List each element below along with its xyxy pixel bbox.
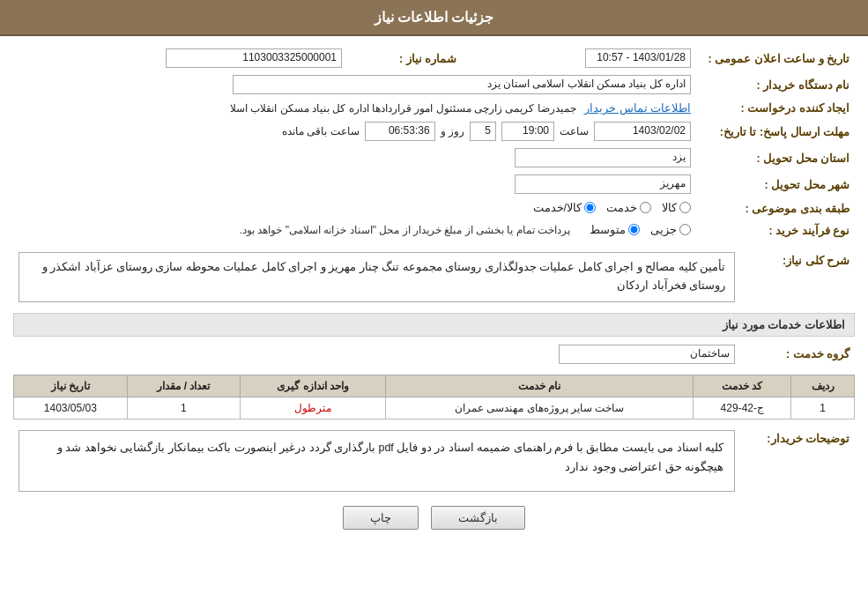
groupKhedmatValue: ساختمان (13, 341, 740, 368)
tabagheRow: کالا خدمت کالا/خدمت (13, 197, 696, 219)
mohlatLabel: مهلت ارسال پاسخ: تا تاریخ: (696, 118, 855, 145)
table-row: 1ج-42-429ساخت سایر پروژه‌های مهندسی عمرا… (14, 397, 855, 419)
tarikh-display: 1403/01/28 - 10:57 (585, 48, 691, 68)
groupKhedmatLabel: گروه خدمت : (740, 341, 855, 368)
touzihLabel: توضیحات خریدار: (740, 427, 855, 495)
deadline-days: 5 (470, 122, 496, 141)
tabagheLabel: طبقه بندی موضوعی : (696, 197, 855, 219)
group-khadamat-table: گروه خدمت : ساختمان (13, 341, 855, 368)
remaining-label: ساعت باقی مانده (282, 125, 360, 137)
radio-motavasset-label[interactable]: متوسط (590, 223, 640, 236)
header-title: جزئیات اطلاعات نیاز (375, 10, 494, 25)
namdastgah-display: اداره کل بنیاد مسکن انقلاب اسلامی استان … (233, 75, 691, 94)
main-content: تاریخ و ساعت اعلان عمومی : 1403/01/28 - … (0, 36, 868, 547)
shahr-display: مهریز (515, 175, 691, 194)
namdastgahValue: اداره کل بنیاد مسکن انقلاب اسلامی استان … (13, 71, 696, 98)
radio-khedmat[interactable] (640, 202, 651, 213)
radio-khedmat-label[interactable]: خدمت (606, 201, 651, 214)
khedmat-label: خدمت (606, 201, 637, 214)
sharh-kolli-box: تأمین کلیه مصالح و اجرای کامل عملیات جدو… (19, 252, 735, 302)
shahrValue: مهریز (13, 171, 696, 197)
print-button[interactable]: چاپ (343, 506, 419, 530)
col-kodkhedmat: کد خدمت (694, 375, 791, 397)
ostanValue: یزد (13, 145, 696, 171)
cell-radif: 1 (791, 397, 855, 419)
radio-kala[interactable] (679, 202, 691, 213)
tarikhValue: 1403/01/28 - 10:57 (488, 45, 696, 71)
shomareNiazLabel: شماره نیاز : (347, 45, 462, 71)
cell-nam: ساخت سایر پروژه‌های مهندسی عمران (385, 397, 693, 419)
deadline-time-label: ساعت (560, 125, 589, 137)
cell-tarikh: 1403/05/03 (14, 397, 128, 419)
radio-kala-khedmat[interactable] (584, 202, 596, 213)
col-namkhedmat: نام خدمت (385, 375, 693, 397)
farayand-description: پرداخت تمام یا بخشی از مبلغ خریدار از مح… (240, 224, 570, 236)
col-vahed: واحد اندازه گیری (241, 375, 386, 397)
motavasset-label: متوسط (590, 223, 626, 236)
deadline-remaining: 06:53:36 (365, 122, 435, 141)
days-label: روز و (441, 125, 464, 137)
tarikhLabel: تاریخ و ساعت اعلان عمومی : (696, 45, 855, 71)
shomareNiazValue: 1103003325000001 (13, 45, 347, 71)
ijadKonandeValue: اطلاعات تماس خریدار جمیدرضا کریمی زارچی … (13, 98, 696, 118)
kala-khedmat-label: کالا/خدمت (533, 201, 582, 214)
noeFarayandLabel: نوع فرآیند خرید : (696, 219, 855, 241)
sharh-kolli-section: شرح کلی نیاز: تأمین کلیه مصالح و اجرای ک… (13, 249, 855, 306)
col-tarikh: تاریخ نیاز (14, 375, 128, 397)
noeFarayandRow: جزیی متوسط پرداخت تمام یا بخشی از مبلغ خ… (13, 219, 696, 241)
ijadKonande-display: جمیدرضا کریمی زارچی مسئتول امور قرارداده… (230, 102, 576, 115)
col-radif: ردیف (791, 375, 855, 397)
mohlatRow: 1403/02/02 ساعت 19:00 5 روز و 06:53:36 س… (13, 118, 696, 145)
deadline-time: 19:00 (501, 122, 554, 141)
cell-tedad: 1 (127, 397, 241, 419)
ijadKonandeLabel: ایجاد کننده درخواست : (696, 98, 855, 118)
radio-jozee-label[interactable]: جزیی (650, 223, 691, 236)
button-row: بازگشت چاپ (13, 506, 855, 530)
sharhKolliContent: تأمین کلیه مصالح و اجرای کامل عملیات جدو… (13, 249, 740, 306)
touzihContent: کلیه اسناد می بایست مطابق با فرم راهنمای… (13, 427, 740, 495)
service-table: ردیف کد خدمت نام خدمت واحد اندازه گیری ت… (13, 375, 855, 420)
shahrLabel: شهر محل تحویل : (696, 171, 855, 197)
cell-vahed: مترطول (241, 397, 386, 419)
ittila-tamaas-link[interactable]: اطلاعات تماس خریدار (584, 102, 691, 115)
radio-kala-label[interactable]: کالا (662, 201, 691, 214)
touzih-section: توضیحات خریدار: کلیه اسناد می بایست مطاب… (13, 427, 855, 495)
col-tedad: تعداد / مقدار (127, 375, 241, 397)
khadamat-section-title: اطلاعات خدمات مورد نیاز (13, 313, 855, 337)
info-table: تاریخ و ساعت اعلان عمومی : 1403/01/28 - … (13, 45, 855, 241)
group-khedmat-display: ساختمان (559, 345, 735, 364)
shomareNiaz-display: 1103003325000001 (166, 48, 342, 68)
radio-motavasset[interactable] (628, 224, 640, 235)
kala-label: کالا (662, 201, 677, 214)
back-button[interactable]: بازگشت (431, 506, 525, 530)
radio-jozee[interactable] (679, 224, 691, 235)
radio-kala-khedmat-label[interactable]: کالا/خدمت (533, 201, 596, 214)
ostan-display: یزد (515, 148, 691, 167)
page-header: جزئیات اطلاعات نیاز (0, 0, 868, 36)
namdastgahLabel: نام دستگاه خریدار : (696, 71, 855, 98)
page-container: جزئیات اطلاعات نیاز تاریخ و ساعت اعلان ع… (0, 0, 868, 609)
sharhKolliLabel: شرح کلی نیاز: (740, 249, 855, 306)
ostanLabel: استان محل تحویل : (696, 145, 855, 171)
cell-kod: ج-42-429 (694, 397, 791, 419)
jozee-label: جزیی (650, 223, 677, 236)
deadline-date: 1403/02/02 (594, 122, 691, 141)
touzih-box: کلیه اسناد می بایست مطابق با فرم راهنمای… (19, 430, 735, 492)
